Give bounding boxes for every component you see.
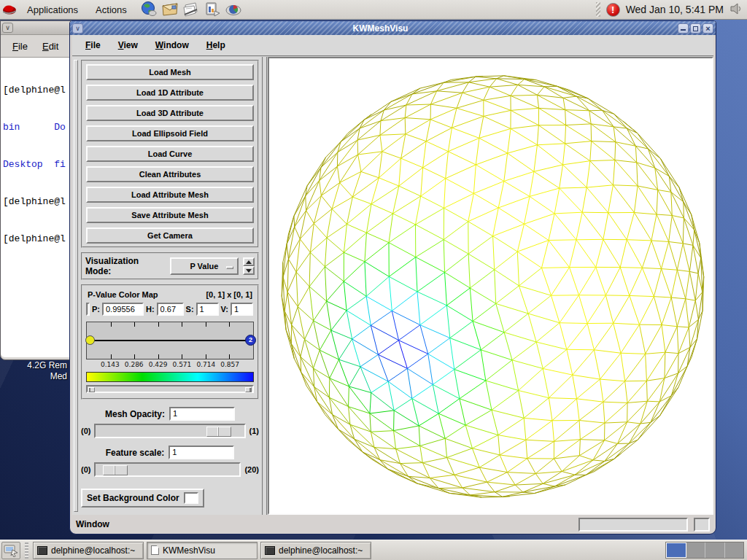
terminal-window-menu-button[interactable]: ∨ [2, 23, 13, 33]
s-field-input[interactable]: 1 [196, 303, 219, 316]
mesh-opacity-max: (1) [249, 427, 259, 435]
visualization-mode-label: Visualization Mode: [85, 256, 166, 276]
application-icon [151, 545, 159, 555]
app-window-menu-button[interactable]: ∨ [72, 23, 83, 34]
redhat-menu-icon[interactable] [0, 1, 18, 18]
feature-scale-block: Feature scale: 1 (0) (20) [81, 446, 259, 477]
load-3d-attribute-button[interactable]: Load 3D Attribute [86, 105, 254, 121]
spin-down-button[interactable] [243, 266, 255, 275]
progress-gauge-small [694, 518, 710, 532]
terminal-icon [265, 546, 275, 555]
spreadsheet-icon[interactable] [225, 1, 243, 18]
optionmenu-indicator-icon [226, 266, 233, 269]
v-field-input[interactable]: 1 [231, 303, 253, 316]
load-ellipsoid-field-button[interactable]: Load Ellipsoid Field [86, 125, 254, 141]
close-button[interactable]: × [703, 23, 713, 34]
visualization-mode-spinner [243, 257, 255, 275]
paned-window-sash[interactable] [262, 57, 268, 515]
colormap-range: [0, 1] x [0, 1] [206, 290, 252, 299]
feature-scale-min: (0) [81, 465, 90, 474]
actions-menu[interactable]: Actions [87, 0, 136, 19]
taskbar-window-terminal-1[interactable]: delphine@localhost:~ [33, 542, 144, 559]
transfer-function-editor[interactable]: 2 [86, 322, 254, 359]
v-field-label: V: [221, 305, 228, 314]
workspace-4[interactable] [725, 542, 744, 558]
taskbar: delphine@localhost:~ KWMeshVisu delphine… [0, 540, 747, 560]
mesh-opacity-label: Mesh Opacity: [105, 409, 165, 419]
status-text: Window [76, 519, 573, 529]
minimize-button[interactable] [678, 23, 689, 34]
window-title: KWMeshVisu [83, 23, 678, 34]
workspace-2[interactable] [686, 542, 706, 558]
app-titlebar[interactable]: ∨ KWMeshVisu × [70, 21, 716, 35]
presentation-icon[interactable] [204, 1, 222, 18]
render-viewport[interactable] [268, 57, 713, 515]
p-field-input[interactable]: 0.99556 [102, 303, 144, 316]
set-background-color-button[interactable]: Set Background Color [81, 489, 204, 508]
colormap-title: P-Value Color Map [88, 290, 158, 299]
menu-window[interactable]: Window [150, 38, 195, 52]
get-camera-button[interactable]: Get Camera [86, 228, 254, 244]
mesh-opacity-slider[interactable] [94, 424, 245, 438]
app-menubar: File View Window Help [72, 35, 713, 57]
range-handle-left[interactable] [88, 387, 95, 392]
terminal-icon [37, 546, 47, 555]
progress-gauge [578, 518, 688, 532]
feature-scale-label: Feature scale: [106, 448, 165, 458]
taskbar-window-terminal-2[interactable]: delphine@localhost:~ [260, 542, 371, 559]
h-field-input[interactable]: 0.67 [157, 303, 184, 316]
menu-view[interactable]: View [112, 38, 144, 52]
mesh-opacity-handle[interactable] [206, 427, 231, 437]
taskbar-window-kwmeshvisu[interactable]: KWMeshVisu [147, 542, 258, 559]
feature-scale-handle[interactable] [103, 465, 128, 475]
feature-scale-slider[interactable] [94, 462, 241, 477]
load-curve-button[interactable]: Load Curve [86, 146, 254, 162]
menu-help[interactable]: Help [201, 38, 231, 52]
menu-file[interactable]: File [80, 38, 107, 52]
load-1d-attribute-button[interactable]: Load 1D Attribute [86, 85, 254, 101]
feature-scale-max: (20) [244, 465, 259, 474]
controls-scroll-strip[interactable] [74, 60, 78, 512]
function-node-end[interactable]: 2 [245, 335, 256, 346]
panel-separator [596, 2, 600, 17]
s-field-label: S: [186, 305, 194, 314]
mesh-opacity-block: Mesh Opacity: 1 (0) (1) [81, 407, 259, 438]
range-handle-right[interactable] [245, 387, 252, 392]
function-node-start[interactable] [85, 335, 95, 345]
desktop-icon-label[interactable]: 4.2G Rem Med [0, 360, 67, 382]
render-canvas[interactable] [269, 58, 712, 513]
colormap-range-scrollbar[interactable] [86, 385, 254, 393]
load-attribute-mesh-button[interactable]: Load Attribute Mesh [86, 187, 254, 203]
spin-up-button[interactable] [243, 257, 255, 266]
terminal-menu-edit[interactable]: Edit [36, 38, 64, 55]
function-tick-labels: 0.143 0.286 0.429 0.571 0.714 0.857 [86, 361, 254, 370]
visualization-mode-select[interactable]: P Value [170, 257, 239, 275]
alert-notification-icon[interactable]: ! [606, 3, 620, 17]
volume-icon[interactable] [729, 2, 743, 18]
maximize-button[interactable] [690, 23, 701, 34]
feature-scale-input[interactable]: 1 [169, 446, 234, 459]
load-buttons-group: Load Mesh Load 1D Attribute Load 3D Attr… [81, 60, 259, 248]
kwmeshvisu-window: ∨ KWMeshVisu × File View Window Help Loa… [69, 20, 716, 534]
colormap-gradient-bar [86, 372, 254, 382]
applications-menu[interactable]: Applications [18, 0, 87, 19]
clock[interactable]: Wed Jan 10, 5:41 PM [626, 4, 724, 15]
email-icon[interactable] [161, 1, 179, 18]
p-field-label: P: [92, 305, 100, 314]
word-processor-icon[interactable] [182, 1, 201, 18]
mesh-opacity-input[interactable]: 1 [169, 407, 235, 421]
workspace-switcher [665, 542, 744, 559]
h-field-label: H: [146, 305, 155, 314]
top-panel: Applications Actions [0, 0, 747, 20]
save-attribute-mesh-button[interactable]: Save Attribute Mesh [86, 207, 254, 223]
fields-handle[interactable] [86, 303, 90, 316]
clean-attributes-button[interactable]: Clean Attributes [86, 166, 254, 182]
terminal-menu-file[interactable]: File [7, 38, 34, 55]
web-browser-icon[interactable] [140, 1, 158, 18]
pvalue-colormap-frame: P-Value Color Map [0, 1] x [0, 1] P: 0.9… [81, 284, 259, 400]
show-desktop-button[interactable] [1, 542, 20, 559]
controls-panel: Load Mesh Load 1D Attribute Load 3D Attr… [72, 57, 262, 515]
workspace-3[interactable] [705, 542, 725, 558]
workspace-1[interactable] [666, 542, 686, 558]
load-mesh-button[interactable]: Load Mesh [86, 64, 254, 80]
